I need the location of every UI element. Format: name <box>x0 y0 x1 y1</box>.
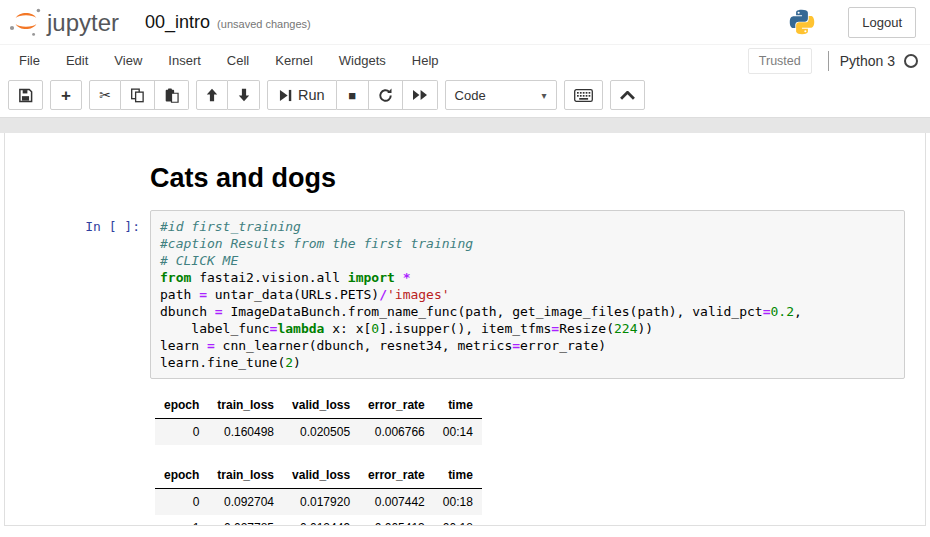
code-line: # CLICK ME <box>160 252 895 269</box>
command-palette-button[interactable] <box>564 80 603 110</box>
menu-item-kernel[interactable]: Kernel <box>262 45 326 76</box>
code-line: from fastai2.vision.all import * <box>160 269 895 286</box>
toolbar: + ✂ <box>0 76 930 117</box>
add-cell-button[interactable]: + <box>50 80 82 110</box>
trusted-badge[interactable]: Trusted <box>748 48 812 74</box>
save-button[interactable] <box>8 80 43 110</box>
kernel-name: Python 3 <box>840 53 895 69</box>
table-cell: 00:18 <box>434 489 482 516</box>
table-cell: 0.020505 <box>283 419 359 446</box>
code-line: path = untar_data(URLs.PETS)/'images' <box>160 286 895 303</box>
code-line: learn = cnn_learner(dbunch, resnet34, me… <box>160 337 895 354</box>
code-line: learn.fine_tune(2) <box>160 354 895 371</box>
jupyter-logo[interactable]: jupyter <box>8 6 119 38</box>
notebook-container: Cats and dogs In [ ]: #id first_training… <box>4 133 926 526</box>
table-header-cell: time <box>434 392 482 419</box>
markdown-cell[interactable]: Cats and dogs <box>5 159 925 210</box>
table-row: 10.0277850.0124490.00541300:18 <box>155 515 482 526</box>
copy-cell-button[interactable] <box>121 80 155 110</box>
table-cell: 00:18 <box>434 515 482 526</box>
logout-button[interactable]: Logout <box>848 7 916 38</box>
save-status: (unsaved changes) <box>217 14 311 30</box>
fast-forward-icon <box>412 89 428 101</box>
table-row: 00.0927040.0179200.00744200:18 <box>155 489 482 516</box>
run-cell-button[interactable]: Run <box>267 80 337 110</box>
output-area: epochtrain_lossvalid_losserror_ratetime0… <box>150 379 905 526</box>
table-row: 00.1604980.0205050.00676600:14 <box>155 419 482 446</box>
plus-icon: + <box>61 87 71 104</box>
cell-type-dropdown[interactable]: Code ▾ <box>445 80 557 110</box>
table-header-cell: valid_loss <box>283 462 359 489</box>
move-cell-up-button[interactable] <box>196 80 228 110</box>
menu-item-cell[interactable]: Cell <box>214 45 262 76</box>
restart-run-all-button[interactable] <box>403 80 438 110</box>
python-kernel-icon <box>788 8 816 36</box>
code-editor[interactable]: #id first_training#caption Results from … <box>150 210 905 379</box>
run-icon <box>279 89 292 102</box>
notebook-header: jupyter 00_intro (unsaved changes) Logou… <box>0 0 930 44</box>
table-cell: 0.005413 <box>359 515 434 526</box>
jupyter-wordmark: jupyter <box>47 8 119 38</box>
code-line: #caption Results from the first training <box>160 235 895 252</box>
table-cell: 0.092704 <box>208 489 283 516</box>
scratchpad-toggle-button[interactable] <box>610 80 645 110</box>
menu-item-view[interactable]: View <box>101 45 155 76</box>
table-cell: 0.027785 <box>208 515 283 526</box>
table-cell: 0.017920 <box>283 489 359 516</box>
run-button-label: Run <box>298 87 325 103</box>
cut-cell-button[interactable]: ✂ <box>89 80 121 110</box>
table-header-cell: valid_loss <box>283 392 359 419</box>
training-results-table-1: epochtrain_lossvalid_losserror_ratetime0… <box>155 392 482 445</box>
move-cell-down-button[interactable] <box>228 80 260 110</box>
table-header-cell: time <box>434 462 482 489</box>
table-header-cell: error_rate <box>359 462 434 489</box>
code-line: #id first_training <box>160 218 895 235</box>
paste-icon <box>164 88 179 103</box>
table-header-cell: epoch <box>155 392 208 419</box>
table-header-cell: train_loss <box>208 392 283 419</box>
kernel-idle-icon <box>904 54 918 68</box>
table-cell: 0.007442 <box>359 489 434 516</box>
menu-item-edit[interactable]: Edit <box>53 45 101 76</box>
code-lines: #id first_training#caption Results from … <box>160 218 895 371</box>
input-prompt: In [ ]: <box>5 210 150 526</box>
training-results-table-2: epochtrain_lossvalid_losserror_ratetime0… <box>155 462 482 526</box>
arrow-down-icon <box>238 88 250 102</box>
arrow-up-icon <box>206 88 218 102</box>
table-header-cell: epoch <box>155 462 208 489</box>
table-cell: 0.006766 <box>359 419 434 446</box>
table-header-row: epochtrain_lossvalid_losserror_ratetime <box>155 462 482 489</box>
chevron-up-icon <box>620 91 635 100</box>
toolbar-notebook-divider <box>0 117 930 133</box>
table-cell: 0.160498 <box>208 419 283 446</box>
menubar: File Edit View Insert Cell Kernel Widget… <box>0 44 930 76</box>
section-heading: Cats and dogs <box>150 163 905 194</box>
table-header-cell: error_rate <box>359 392 434 419</box>
cell-type-value: Code <box>455 88 486 103</box>
code-cell[interactable]: In [ ]: #id first_training#caption Resul… <box>5 210 925 526</box>
keyboard-icon <box>574 89 593 102</box>
markdown-cell-prompt <box>5 159 150 210</box>
table-cell: 0 <box>155 489 208 516</box>
jupyter-logo-icon <box>8 6 44 38</box>
restart-kernel-button[interactable] <box>369 80 403 110</box>
table-header-row: epochtrain_lossvalid_losserror_ratetime <box>155 392 482 419</box>
table-cell: 00:14 <box>434 419 482 446</box>
restart-icon <box>378 88 393 103</box>
cut-icon: ✂ <box>99 88 111 102</box>
stop-icon: ■ <box>348 89 356 102</box>
copy-icon <box>130 88 145 103</box>
save-icon <box>18 88 33 103</box>
menu-item-file[interactable]: File <box>6 45 53 76</box>
kernel-divider <box>828 51 829 71</box>
interrupt-kernel-button[interactable]: ■ <box>337 80 369 110</box>
menu-item-widgets[interactable]: Widgets <box>326 45 399 76</box>
paste-cell-button[interactable] <box>155 80 189 110</box>
table-cell: 0 <box>155 419 208 446</box>
table-cell: 1 <box>155 515 208 526</box>
table-cell: 0.012449 <box>283 515 359 526</box>
menu-item-help[interactable]: Help <box>399 45 452 76</box>
notebook-title[interactable]: 00_intro <box>145 12 210 33</box>
menu-item-insert[interactable]: Insert <box>155 45 214 76</box>
code-line: label_func=lambda x: x[0].isupper(), ite… <box>160 320 895 337</box>
